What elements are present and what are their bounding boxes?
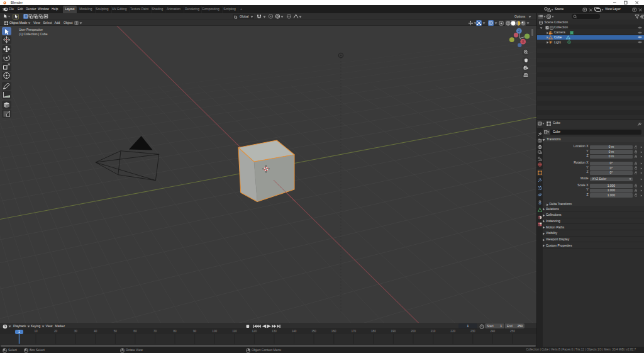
svg-text:Z: Z (518, 29, 520, 33)
